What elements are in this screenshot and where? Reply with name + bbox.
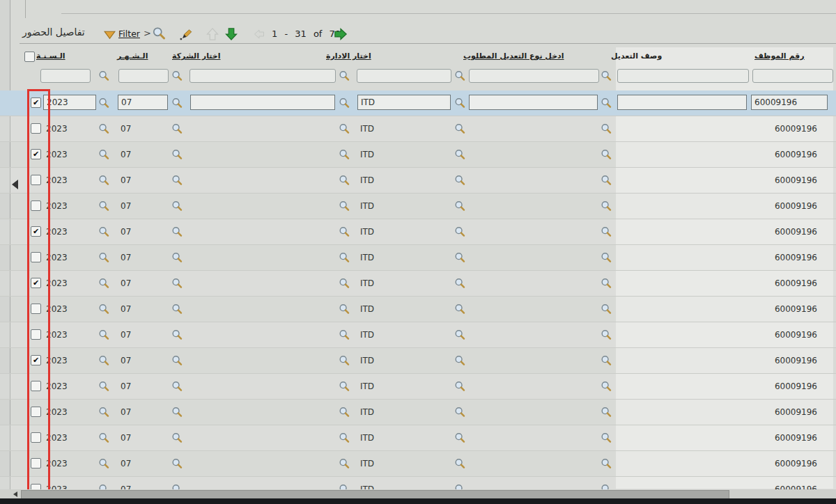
row-select-checkbox[interactable]: ✔ [31,97,41,108]
table-row[interactable]: 2023 07 ITD 60009196 [0,168,836,194]
row-department-value[interactable]: ITD [360,425,374,450]
month-lov-magnifier-icon[interactable] [171,355,183,366]
company-lov-magnifier-icon[interactable] [339,252,350,263]
company-lov-magnifier-icon[interactable] [339,278,350,289]
row-month-value[interactable]: 07 [118,95,168,110]
row-month-value[interactable]: 07 [121,374,131,399]
row-select-checkbox[interactable] [31,432,41,443]
month-lov-magnifier-icon[interactable] [171,432,183,443]
table-row[interactable]: 2023 07 ITD 60009196 [0,451,836,477]
department-lov-magnifier-icon[interactable] [454,355,465,366]
company-lov-magnifier-icon[interactable] [339,355,350,366]
month-lov-magnifier-icon[interactable] [171,407,183,418]
mod-type-lov-magnifier-icon[interactable] [601,329,612,340]
mod-type-lov-magnifier-icon[interactable] [601,149,612,160]
row-month-value[interactable]: 07 [121,451,131,476]
year-lov-magnifier-icon[interactable] [98,226,109,237]
select-all-checkbox[interactable] [24,52,35,62]
row-department-value[interactable]: ITD [357,95,451,110]
year-lov-magnifier-icon[interactable] [98,304,109,315]
row-select-checkbox[interactable]: ✔ [31,355,41,365]
row-department-value[interactable]: ITD [360,400,374,425]
row-select-checkbox[interactable] [31,123,41,134]
row-department-value[interactable]: ITD [360,451,374,476]
mod-type-lov-magnifier-icon[interactable] [601,278,612,289]
row-year-value[interactable]: 2023 [46,271,68,296]
month-lov-magnifier-icon[interactable] [171,200,183,212]
table-row[interactable]: 2023 07 ITD 60009196 [0,322,836,348]
row-select-checkbox[interactable] [31,407,41,417]
filter-link[interactable]: Filter [118,29,140,39]
row-select-checkbox[interactable]: ✔ [31,278,41,288]
row-department-value[interactable]: ITD [360,168,374,193]
department-lov-magnifier-icon[interactable] [454,226,465,237]
mod-type-lov-magnifier-icon[interactable] [601,355,612,366]
mod-type-lov-magnifier-icon[interactable] [601,175,612,186]
row-company-value[interactable] [190,95,335,110]
company-lov-magnifier-icon[interactable] [339,407,350,418]
filter-company-lov-magnifier-icon[interactable] [339,70,350,81]
month-lov-magnifier-icon[interactable] [171,175,183,186]
table-row[interactable]: 2023 07 ITD 60009196 [0,297,836,322]
month-lov-magnifier-icon[interactable] [171,149,183,160]
mod-type-lov-magnifier-icon[interactable] [601,226,612,237]
row-year-value[interactable]: 2023 [46,219,68,244]
row-department-value[interactable]: ITD [360,245,374,270]
filter-mod-desc-input[interactable] [617,69,749,83]
row-department-value[interactable]: ITD [360,116,374,141]
mod-type-lov-magnifier-icon[interactable] [601,432,612,443]
mod-type-lov-magnifier-icon[interactable] [601,200,612,212]
table-row[interactable]: 2023 07 ITD 60009196 [0,245,836,271]
row-select-checkbox[interactable] [31,252,41,262]
table-row[interactable]: ✔ 2023 07 ITD 60009196 [0,142,836,168]
row-year-value[interactable]: 2023 [46,425,68,450]
department-lov-magnifier-icon[interactable] [454,432,465,443]
row-month-value[interactable]: 07 [121,322,131,347]
row-year-value[interactable]: 2023 [46,322,68,347]
table-row[interactable]: ✔ 2023 07 ITD 60009196 [0,271,836,297]
mod-type-lov-magnifier-icon[interactable] [601,381,612,392]
year-lov-magnifier-icon[interactable] [98,200,109,212]
company-lov-magnifier-icon[interactable] [339,432,350,443]
search-magnifier-icon[interactable] [152,26,166,40]
row-month-value[interactable]: 07 [121,142,131,167]
row-month-value[interactable]: 07 [121,194,131,219]
month-lov-magnifier-icon[interactable] [171,252,183,263]
row-select-checkbox[interactable] [31,304,41,314]
company-lov-magnifier-icon[interactable] [339,123,350,134]
row-department-value[interactable]: ITD [360,322,374,347]
row-year-value[interactable]: 2023 [43,95,96,110]
month-lov-magnifier-icon[interactable] [171,458,183,469]
department-lov-magnifier-icon[interactable] [454,381,465,392]
year-lov-magnifier-icon[interactable] [98,407,109,418]
row-year-value[interactable]: 2023 [46,245,68,270]
filter-month-lov-magnifier-icon[interactable] [171,70,183,81]
row-select-checkbox[interactable] [31,200,41,211]
filter-mod-type-input[interactable] [469,69,599,83]
column-header-employee-no[interactable]: رقم الموظف [754,52,805,61]
filter-department-input[interactable] [357,69,451,83]
column-header-month[interactable]: الـشـهـر [117,52,148,61]
company-lov-magnifier-icon[interactable] [339,458,350,469]
row-month-value[interactable]: 07 [121,245,131,270]
row-department-value[interactable]: ITD [360,348,374,373]
row-year-value[interactable]: 2023 [46,400,68,425]
next-page-icon[interactable] [334,27,348,41]
filter-month-input[interactable] [118,69,169,83]
row-month-value[interactable]: 07 [121,168,131,193]
department-lov-magnifier-icon[interactable] [454,175,465,186]
row-select-checkbox[interactable] [31,458,41,468]
row-month-value[interactable]: 07 [121,116,131,141]
company-lov-magnifier-icon[interactable] [339,175,350,186]
row-year-value[interactable]: 2023 [46,374,68,399]
row-month-value[interactable]: 07 [121,400,131,425]
row-month-value[interactable]: 07 [121,425,131,450]
year-lov-magnifier-icon[interactable] [98,175,109,186]
row-year-value[interactable]: 2023 [46,142,68,167]
row-month-value[interactable]: 07 [121,271,131,296]
filter-employee-no-input[interactable] [752,69,833,83]
department-lov-magnifier-icon[interactable] [454,407,465,418]
month-lov-magnifier-icon[interactable] [171,278,183,289]
row-mod-desc-value[interactable] [617,95,747,110]
month-lov-magnifier-icon[interactable] [171,329,183,340]
